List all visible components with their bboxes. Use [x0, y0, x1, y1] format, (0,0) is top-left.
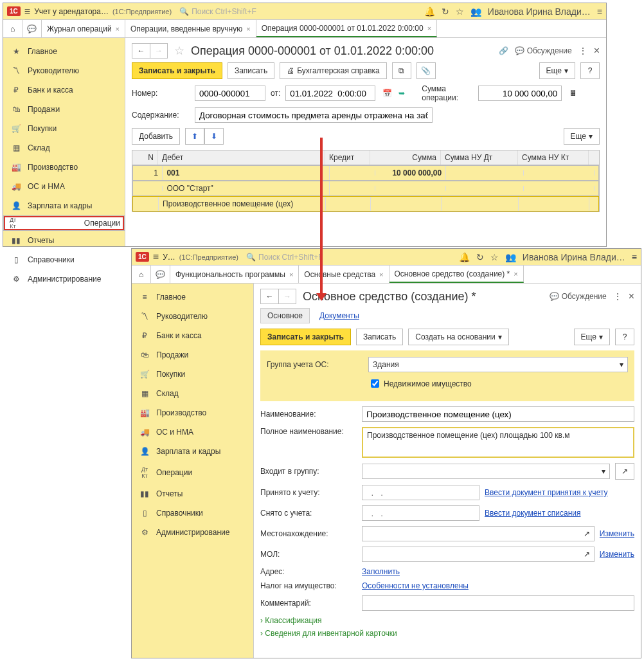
sidebar-item-salary[interactable]: 👤Зарплата и кадры	[3, 196, 125, 215]
sidebar-item-production[interactable]: 🏭Производство	[132, 403, 253, 422]
favorite-icon[interactable]: ☆	[174, 44, 184, 58]
calendar-icon[interactable]: 📅	[380, 89, 393, 98]
discussion-button[interactable]: 💬 Обсуждение	[550, 292, 607, 301]
close-icon[interactable]: ×	[514, 270, 517, 278]
home-icon[interactable]: ⌂	[3, 20, 22, 37]
tab-fixed-assets[interactable]: Основные средства×	[299, 266, 389, 283]
more-button[interactable]: Еще ▾	[539, 62, 575, 79]
name-input[interactable]	[362, 406, 634, 422]
sidebar-item-reports[interactable]: ▮▮Отчеты	[132, 484, 253, 503]
chat-icon[interactable]: 💬	[151, 266, 170, 283]
sidebar-item-sales[interactable]: 🛍Продажи	[3, 100, 125, 119]
copy-button[interactable]: ⧉	[392, 62, 411, 79]
sidebar-item-admin[interactable]: ⚙Администрирование	[132, 523, 253, 542]
menu-icon[interactable]: ≡	[632, 252, 637, 262]
link-icon[interactable]: 🔗	[499, 46, 508, 55]
close-icon[interactable]: ×	[246, 25, 250, 33]
tab-operation[interactable]: Операция 0000-000001 от 01.01.2022 0:00:…	[256, 20, 437, 37]
chat-icon[interactable]: 💬	[22, 20, 42, 37]
location-change-link[interactable]: Изменить	[600, 529, 634, 538]
sidebar-item-production[interactable]: 🏭Производство	[3, 158, 125, 177]
up-button[interactable]: ⬆	[185, 128, 204, 145]
save-close-button[interactable]: Записать и закрыть	[260, 329, 351, 345]
back-button[interactable]: ←	[132, 43, 150, 59]
more-button[interactable]: Еще ▾	[574, 329, 610, 345]
expand-classification[interactable]: › Классификация	[260, 616, 634, 625]
open-button[interactable]: ↗	[615, 463, 634, 480]
sidebar-item-warehouse[interactable]: ▦Склад	[132, 384, 253, 403]
history-icon[interactable]: ↻	[476, 252, 484, 262]
sidebar-item-bank[interactable]: ₽Банк и касса	[132, 326, 253, 345]
history-icon[interactable]: ↻	[442, 6, 449, 17]
bell-icon[interactable]: 🔔	[424, 6, 435, 17]
more-icon[interactable]: ⋮	[578, 46, 587, 56]
accepted-date-input[interactable]	[362, 485, 479, 500]
address-fill-link[interactable]: Заполнить	[362, 567, 400, 576]
calc-icon[interactable]: 🖩	[567, 89, 580, 98]
ingroup-select[interactable]: ▾	[362, 464, 610, 479]
sidebar-item-main[interactable]: ≡Главное	[132, 287, 253, 307]
sidebar-item-sales[interactable]: 🛍Продажи	[132, 345, 253, 365]
sidebar-item-bank[interactable]: ₽Банк и касса	[3, 80, 125, 100]
table-row[interactable]: ООО "Старт"	[132, 181, 599, 196]
location-select[interactable]: ↗	[362, 526, 595, 541]
group-select[interactable]: Здания▾	[368, 357, 628, 372]
hamburger-icon[interactable]: ≡	[153, 251, 159, 263]
save-close-button[interactable]: Записать и закрыть	[132, 62, 222, 79]
sum-input[interactable]	[478, 86, 562, 101]
sidebar-item-operations[interactable]: ДтКтОперации	[132, 461, 253, 484]
sidebar-item-catalogs[interactable]: ▯Справочники	[3, 250, 125, 269]
sidebar-item-operations[interactable]: ДтКтОперации	[3, 215, 125, 231]
tab-functionality[interactable]: Функциональность программы×	[170, 266, 299, 283]
attach-button[interactable]: 📎	[416, 62, 436, 79]
sidebar-item-os[interactable]: 🚚ОС и НМА	[3, 177, 125, 196]
help-button[interactable]: ?	[580, 62, 600, 79]
table-row[interactable]: 1 001 10 000 000,00	[132, 165, 599, 181]
down-button[interactable]: ⬇	[204, 128, 224, 145]
sidebar-item-manager[interactable]: 〽Руководителю	[3, 61, 125, 80]
accepted-link[interactable]: Ввести документ принятия к учету	[485, 488, 608, 497]
sidebar-item-admin[interactable]: ⚙Администрирование	[3, 269, 125, 289]
close-icon[interactable]: ×	[629, 291, 634, 302]
table-row[interactable]: Производственное помещение (цех)	[132, 196, 599, 212]
close-icon[interactable]: ×	[594, 45, 600, 57]
create-based-button[interactable]: Создать на основании ▾	[408, 329, 509, 345]
add-button[interactable]: Добавить	[132, 128, 180, 145]
search-input[interactable]: 🔍 Поиск Ctrl+Shift+F	[175, 7, 420, 16]
subtab-docs[interactable]: Документы	[312, 308, 366, 323]
back-button[interactable]: ←	[260, 289, 278, 304]
mol-select[interactable]: ↗	[362, 547, 595, 562]
bell-icon[interactable]: 🔔	[459, 252, 470, 262]
user-name[interactable]: Иванова Ирина Владимир…	[523, 252, 625, 262]
close-icon[interactable]: ×	[116, 25, 120, 33]
subtab-main[interactable]: Основное	[260, 308, 310, 323]
save-button[interactable]: Записать	[228, 62, 274, 79]
users-icon[interactable]: 👥	[470, 6, 481, 17]
removed-link[interactable]: Ввести документ списания	[485, 509, 580, 518]
home-icon[interactable]: ⌂	[132, 266, 151, 283]
menu-icon[interactable]: ≡	[597, 6, 602, 17]
close-icon[interactable]: ×	[379, 271, 383, 278]
sidebar-item-purchases[interactable]: 🛒Покупки	[3, 119, 125, 138]
users-icon[interactable]: 👥	[505, 252, 516, 262]
sidebar-item-catalogs[interactable]: ▯Справочники	[132, 503, 253, 523]
removed-date-input[interactable]	[362, 505, 479, 521]
search-input[interactable]: 🔍 Поиск Ctrl+Shift+F	[242, 253, 455, 262]
number-input[interactable]	[195, 86, 265, 101]
save-button[interactable]: Записать	[356, 329, 403, 345]
forward-button[interactable]: →	[278, 289, 296, 304]
date-input[interactable]	[285, 86, 375, 101]
more-icon[interactable]: ⋮	[613, 291, 622, 302]
sidebar-item-os[interactable]: 🚚ОС и НМА	[132, 422, 253, 442]
close-icon[interactable]: ×	[289, 271, 293, 278]
sidebar-item-reports[interactable]: ▮▮Отчеты	[3, 231, 125, 250]
tab-asset-create[interactable]: Основное средство (создание) *×	[389, 266, 524, 283]
arrow-icon[interactable]: ➥	[398, 89, 405, 98]
sidebar-item-warehouse[interactable]: ▦Склад	[3, 138, 125, 158]
close-icon[interactable]: ×	[427, 24, 431, 32]
help-button[interactable]: ?	[615, 329, 634, 345]
forward-button[interactable]: →	[150, 43, 168, 59]
sidebar-item-main[interactable]: ★Главное	[3, 42, 125, 61]
fullname-input[interactable]: Производственное помещение (цех) площадь…	[362, 427, 634, 458]
sidebar-item-salary[interactable]: 👤Зарплата и кадры	[132, 442, 253, 461]
